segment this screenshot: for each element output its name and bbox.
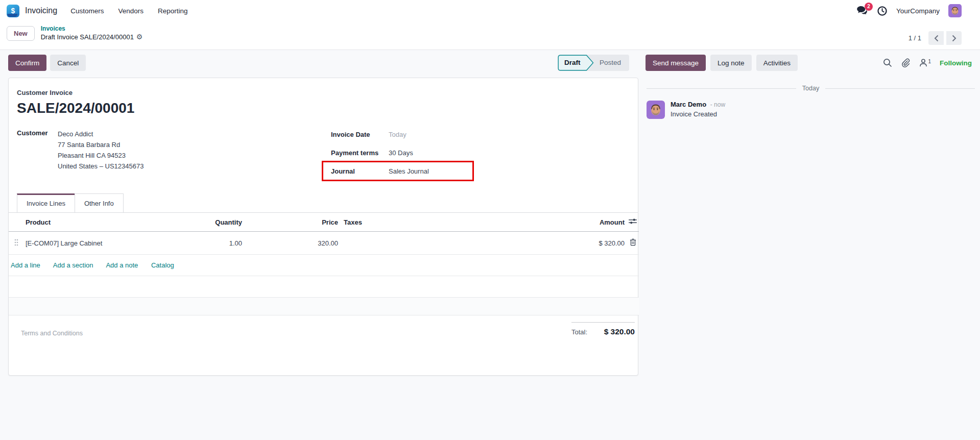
column-header-amount[interactable]: Amount: [527, 213, 627, 232]
invoice-date-label: Invoice Date: [331, 131, 389, 138]
catalog-link[interactable]: Catalog: [151, 261, 174, 269]
add-line-row: Add a line Add a section Add a note Cata…: [9, 255, 639, 276]
invoice-number-heading: SALE/2024/00001: [17, 100, 630, 116]
chatter-panel: Today Marc Demo - now: [646, 78, 976, 119]
message-author-name[interactable]: Marc Demo: [671, 101, 706, 108]
messages-badge: 2: [865, 3, 873, 11]
column-header-taxes[interactable]: Taxes: [340, 213, 527, 232]
log-note-button[interactable]: Log note: [710, 55, 752, 71]
company-switcher[interactable]: YourCompany: [896, 7, 940, 15]
messages-icon[interactable]: 2: [856, 6, 868, 16]
customer-address-line: United States – US12345673: [58, 161, 144, 172]
cancel-button[interactable]: Cancel: [50, 55, 86, 71]
search-messages-icon[interactable]: [883, 58, 892, 67]
journal-field[interactable]: Sales Journal: [389, 167, 429, 175]
invoice-line-row: [E-COM07] Large Cabinet 1.00 320.00 $ 32…: [9, 232, 639, 255]
send-message-button[interactable]: Send message: [646, 55, 706, 71]
form-view-background: Confirm Cancel Draft Posted Send message…: [0, 50, 980, 440]
add-a-note-link[interactable]: Add a note: [106, 261, 138, 269]
drag-handle[interactable]: [9, 232, 24, 255]
date-divider: Today: [647, 85, 975, 92]
invoicing-app-icon[interactable]: $: [7, 5, 19, 17]
customer-name-field[interactable]: Deco Addict: [58, 129, 144, 139]
activity-clock-icon[interactable]: [877, 6, 888, 16]
empty-table-row: [9, 276, 639, 298]
follower-count: 1: [928, 59, 931, 64]
terms-and-conditions-placeholder[interactable]: Terms and Conditions: [21, 330, 83, 369]
message-body: Invoice Created: [671, 110, 725, 118]
followers-icon[interactable]: 1: [919, 58, 931, 67]
chevron-right-icon: [952, 35, 957, 42]
line-price-cell[interactable]: 320.00: [244, 232, 340, 255]
add-a-line-link[interactable]: Add a line: [11, 261, 40, 269]
line-taxes-cell[interactable]: [340, 232, 527, 255]
journal-label: Journal: [331, 167, 389, 175]
total-label: Total:: [571, 328, 587, 336]
line-quantity-cell[interactable]: 1.00: [177, 232, 244, 255]
column-header-product[interactable]: Product: [24, 213, 177, 232]
nav-item-customers[interactable]: Customers: [70, 7, 104, 15]
line-amount-cell: $ 320.00: [527, 232, 627, 255]
app-title[interactable]: Invoicing: [25, 6, 57, 15]
status-posted[interactable]: Posted: [594, 55, 629, 71]
delete-line-trash-icon[interactable]: [630, 238, 636, 246]
line-product-cell[interactable]: [E-COM07] Large Cabinet: [24, 232, 177, 255]
customer-address-line: Pleasant Hill CA 94523: [58, 150, 144, 161]
invoice-type-label: Customer Invoice: [17, 89, 630, 96]
breadcrumb: Invoices Draft Invoice SALE/2024/00001 ⚙: [41, 25, 143, 42]
optional-columns-icon[interactable]: [629, 218, 637, 225]
invoice-total: Total: $ 320.00: [571, 322, 635, 369]
attachments-paperclip-icon[interactable]: [901, 58, 910, 67]
payment-terms-field[interactable]: 30 Days: [389, 149, 413, 157]
customer-field-label: Customer: [17, 129, 58, 172]
pager-previous-button[interactable]: [928, 31, 944, 45]
chevron-left-icon: [934, 35, 939, 42]
gear-icon[interactable]: ⚙: [136, 33, 143, 42]
status-bar: Draft Posted: [558, 55, 629, 71]
breadcrumb-current: Draft Invoice SALE/2024/00001: [41, 33, 134, 41]
activities-button[interactable]: Activities: [756, 55, 798, 71]
column-header-price[interactable]: Price: [244, 213, 340, 232]
payment-terms-label: Payment terms: [331, 149, 389, 157]
new-button[interactable]: New: [7, 26, 35, 41]
pager-next-button[interactable]: [946, 31, 962, 45]
following-toggle[interactable]: Following: [940, 59, 972, 67]
invoice-date-field[interactable]: Today: [389, 131, 407, 138]
tab-invoice-lines[interactable]: Invoice Lines: [17, 193, 75, 212]
customer-address-line: 77 Santa Barbara Rd: [58, 139, 144, 150]
user-avatar[interactable]: [948, 4, 962, 17]
pager-counter: 1 / 1: [909, 34, 921, 42]
invoice-form-card: Customer Invoice SALE/2024/00001 Custome…: [8, 78, 638, 376]
tab-other-info[interactable]: Other Info: [75, 193, 124, 212]
notebook-tabs: Invoice Lines Other Info: [9, 193, 638, 213]
add-a-section-link[interactable]: Add a section: [53, 261, 93, 269]
drag-handle-icon: [14, 239, 18, 246]
breadcrumb-invoices-link[interactable]: Invoices: [41, 25, 143, 33]
message-author-avatar[interactable]: [647, 101, 665, 119]
invoice-lines-table: Product Quantity Price Taxes Amount: [9, 213, 639, 315]
confirm-button[interactable]: Confirm: [8, 55, 46, 71]
nav-item-reporting[interactable]: Reporting: [158, 7, 188, 15]
control-panel: New Invoices Draft Invoice SALE/2024/000…: [0, 21, 980, 50]
column-header-quantity[interactable]: Quantity: [177, 213, 244, 232]
chatter-message: Marc Demo - now Invoice Created: [647, 101, 975, 119]
empty-table-row: [9, 298, 639, 315]
total-value: $ 320.00: [604, 327, 635, 336]
status-draft[interactable]: Draft: [558, 55, 594, 71]
message-timestamp: - now: [710, 101, 725, 108]
top-nav: $ Invoicing Customers Vendors Reporting …: [0, 0, 980, 21]
nav-item-vendors[interactable]: Vendors: [118, 7, 144, 15]
